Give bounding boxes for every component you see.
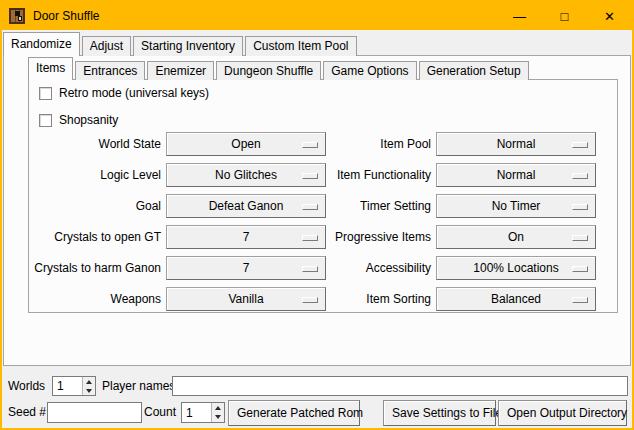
maximize-button[interactable]: □ <box>542 2 587 30</box>
dropdown-indicator-icon <box>302 142 318 148</box>
tab-dungeon-shuffle[interactable]: Dungeon Shuffle <box>216 61 321 80</box>
secondary-tabstrip: Items Entrances Enemizer Dungeon Shuffle… <box>28 57 531 80</box>
dropdown-indicator-icon <box>572 142 588 148</box>
timer-setting-dropdown[interactable]: No Timer <box>436 194 596 218</box>
accessibility-label: Accessibility <box>321 256 431 280</box>
dropdown-indicator-icon <box>572 204 588 210</box>
tab-game-options[interactable]: Game Options <box>323 61 416 80</box>
count-spinner-down[interactable] <box>212 413 224 423</box>
progressive-items-label: Progressive Items <box>321 225 431 249</box>
dropdown-indicator-icon <box>572 297 588 303</box>
tab-starting-inventory[interactable]: Starting Inventory <box>133 36 243 56</box>
retro-mode-row: Retro mode (universal keys) <box>39 86 209 100</box>
tab-adjust[interactable]: Adjust <box>82 36 131 56</box>
crystals-gt-label: Crystals to open GT <box>31 225 161 249</box>
seed-input[interactable] <box>47 402 142 423</box>
tab-custom-item-pool[interactable]: Custom Item Pool <box>245 36 356 56</box>
logic-level-label: Logic Level <box>31 163 161 187</box>
seed-label: Seed # <box>8 402 46 422</box>
crystals-gt-dropdown[interactable]: 7 <box>166 225 326 249</box>
close-icon: ✕ <box>604 9 615 24</box>
dropdown-indicator-icon <box>302 235 318 241</box>
item-sorting-label: Item Sorting <box>321 287 431 311</box>
count-spinner[interactable] <box>181 402 225 423</box>
item-functionality-value: Normal <box>497 168 536 182</box>
dropdown-indicator-icon <box>572 235 588 241</box>
count-label: Count <box>144 402 176 422</box>
dropdown-indicator-icon <box>302 204 318 210</box>
worlds-spinner[interactable] <box>52 376 96 396</box>
goal-label: Goal <box>31 194 161 218</box>
worlds-spinner-arrows <box>82 377 95 395</box>
dropdown-indicator-icon <box>302 297 318 303</box>
arrow-down-icon <box>215 415 221 419</box>
save-settings-button[interactable]: Save Settings to File <box>383 400 496 426</box>
crystals-gt-value: 7 <box>243 230 250 244</box>
close-button[interactable]: ✕ <box>587 2 632 30</box>
item-functionality-dropdown[interactable]: Normal <box>436 163 596 187</box>
player-names-input[interactable] <box>172 376 628 396</box>
item-sorting-dropdown[interactable]: Balanced <box>436 287 596 311</box>
tab-entrances[interactable]: Entrances <box>75 61 145 80</box>
retro-mode-checkbox[interactable] <box>39 87 52 100</box>
arrow-down-icon <box>86 389 92 393</box>
door-icon-lock <box>18 16 22 21</box>
tab-enemizer[interactable]: Enemizer <box>147 61 214 80</box>
dropdown-indicator-icon <box>302 173 318 179</box>
weapons-value: Vanilla <box>228 292 263 306</box>
item-pool-dropdown[interactable]: Normal <box>436 132 596 156</box>
crystals-ganon-value: 7 <box>243 261 250 275</box>
primary-tabstrip: Randomize Adjust Starting Inventory Cust… <box>3 32 359 56</box>
generate-patched-rom-button[interactable]: Generate Patched Rom <box>228 400 360 426</box>
tab-generation-setup[interactable]: Generation Setup <box>419 61 529 80</box>
tab-items[interactable]: Items <box>28 57 73 80</box>
maximize-icon: □ <box>561 9 569 24</box>
goal-value: Defeat Ganon <box>209 199 284 213</box>
logic-level-value: No Glitches <box>215 168 277 182</box>
world-state-label: World State <box>31 132 161 156</box>
shopsanity-label: Shopsanity <box>59 113 118 127</box>
worlds-spinner-down[interactable] <box>83 386 95 395</box>
minimize-icon: — <box>513 9 526 24</box>
progressive-items-dropdown[interactable]: On <box>436 225 596 249</box>
shopsanity-checkbox[interactable] <box>39 114 52 127</box>
player-names-label: Player names <box>102 376 175 396</box>
goal-dropdown[interactable]: Defeat Ganon <box>166 194 326 218</box>
count-input[interactable] <box>182 403 211 422</box>
accessibility-value: 100% Locations <box>473 261 558 275</box>
shopsanity-row: Shopsanity <box>39 113 118 127</box>
weapons-label: Weapons <box>31 287 161 311</box>
count-spinner-up[interactable] <box>212 403 224 413</box>
accessibility-dropdown[interactable]: 100% Locations <box>436 256 596 280</box>
worlds-label: Worlds <box>8 376 45 396</box>
dropdown-indicator-icon <box>302 266 318 272</box>
arrow-up-icon <box>86 380 92 384</box>
dropdown-indicator-icon <box>572 266 588 272</box>
open-output-directory-button[interactable]: Open Output Directory <box>498 400 627 426</box>
logic-level-dropdown[interactable]: No Glitches <box>166 163 326 187</box>
tab-randomize[interactable]: Randomize <box>3 32 80 56</box>
world-state-dropdown[interactable]: Open <box>166 132 326 156</box>
weapons-dropdown[interactable]: Vanilla <box>166 287 326 311</box>
item-functionality-label: Item Functionality <box>321 163 431 187</box>
worlds-input[interactable] <box>53 377 82 395</box>
world-state-value: Open <box>231 137 260 151</box>
item-sorting-value: Balanced <box>491 292 541 306</box>
item-pool-label: Item Pool <box>321 132 431 156</box>
crystals-ganon-label: Crystals to harm Ganon <box>31 256 161 280</box>
dropdown-indicator-icon <box>572 173 588 179</box>
door-shuffle-window: Door Shuffle — □ ✕ Randomize Adjust Star… <box>0 0 634 430</box>
items-pane: Retro mode (universal keys) Shopsanity W… <box>28 79 618 313</box>
worlds-spinner-up[interactable] <box>83 377 95 386</box>
retro-mode-label: Retro mode (universal keys) <box>59 86 209 100</box>
window-title: Door Shuffle <box>33 9 100 23</box>
count-spinner-arrows <box>211 403 224 422</box>
crystals-ganon-dropdown[interactable]: 7 <box>166 256 326 280</box>
progressive-items-value: On <box>508 230 524 244</box>
timer-setting-value: No Timer <box>492 199 541 213</box>
door-icon <box>9 8 25 24</box>
item-pool-value: Normal <box>497 137 536 151</box>
minimize-button[interactable]: — <box>497 2 542 30</box>
window-controls: — □ ✕ <box>497 2 632 30</box>
titlebar: Door Shuffle — □ ✕ <box>2 2 632 30</box>
